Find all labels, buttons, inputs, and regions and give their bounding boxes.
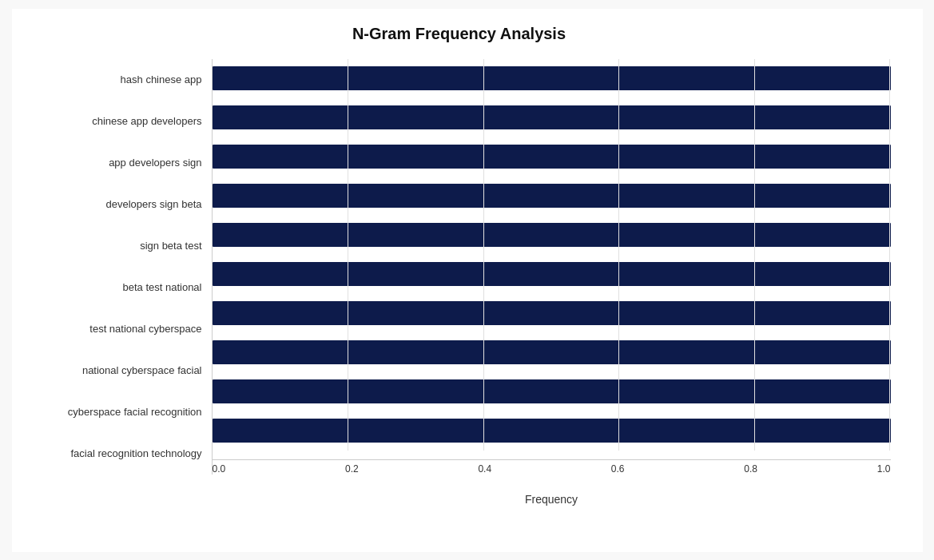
y-label: cyberspace facial recognition — [68, 406, 202, 419]
x-tick: 0.4 — [478, 463, 491, 475]
x-axis-label: Frequency — [525, 493, 578, 506]
y-label: app developers sign — [109, 157, 201, 169]
bar — [213, 419, 891, 443]
y-axis: hash chinese appchinese app developersap… — [28, 59, 212, 475]
x-label-container: Frequency — [213, 492, 891, 506]
bar — [213, 105, 891, 129]
y-label: chinese app developers — [92, 115, 201, 128]
y-label: beta test national — [122, 281, 201, 294]
x-tick: 0.2 — [345, 463, 359, 475]
plot-area: 0.00.20.40.60.81.0 Frequency — [212, 59, 891, 475]
y-label: sign beta test — [140, 240, 201, 252]
y-label: test national cyberspace — [89, 323, 201, 336]
y-label: facial recognition technology — [70, 447, 201, 460]
bar — [213, 184, 891, 208]
bar-row — [213, 259, 891, 289]
bar-row — [213, 415, 891, 446]
x-tick: 0.0 — [213, 463, 226, 475]
x-tick: 1.0 — [877, 463, 891, 475]
bar-row — [213, 102, 891, 133]
bar-row — [213, 298, 891, 328]
bar — [213, 301, 891, 325]
bar-row — [213, 63, 891, 93]
x-axis: 0.00.20.40.60.81.0 — [213, 459, 891, 475]
x-tick: 0.6 — [611, 463, 625, 475]
bar-row — [213, 141, 891, 172]
bar-row — [213, 220, 891, 250]
chart-title: N-Gram Frequency Analysis — [28, 25, 891, 43]
bar-row — [213, 376, 891, 407]
chart-container: N-Gram Frequency Analysis hash chinese a… — [12, 9, 923, 552]
bar — [213, 223, 891, 247]
chart-area: hash chinese appchinese app developersap… — [28, 59, 891, 475]
bar — [213, 340, 891, 364]
bar-row — [213, 181, 891, 211]
bar — [213, 379, 891, 403]
y-label: national cyberspace facial — [82, 364, 202, 377]
y-label: hash chinese app — [121, 73, 202, 86]
bar — [213, 66, 891, 90]
x-tick: 0.8 — [744, 463, 757, 475]
bar — [213, 262, 891, 286]
y-label: developers sign beta — [106, 198, 202, 211]
bar — [213, 145, 891, 169]
bar-row — [213, 337, 891, 367]
